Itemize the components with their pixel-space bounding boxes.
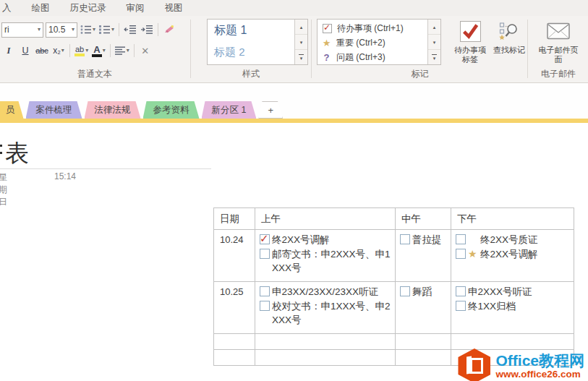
subscript-button[interactable]: x₂ ▾	[51, 43, 66, 59]
italic-button[interactable]: I	[1, 43, 16, 59]
table-header-row: 日期上午中午下午	[214, 208, 574, 230]
chevron-down-icon: ▾	[61, 48, 64, 53]
date-cell[interactable]: 10.25	[214, 282, 255, 334]
styles-gallery-scrollbar: ▴ ▾ ▾	[294, 20, 307, 64]
decrease-indent-button[interactable]	[123, 22, 137, 38]
clear-formatting-button[interactable]: ✕	[138, 43, 153, 59]
column-header: 日期	[214, 208, 255, 230]
todo-item: 终2XX号调解	[260, 233, 391, 247]
font-name-combo[interactable]: ri ▾	[1, 22, 43, 38]
todo-text: 邮寄文书：申2XXX号、申1XXX号	[272, 247, 391, 275]
section-tab-3[interactable]: 法律法规	[85, 101, 141, 119]
morning-cell[interactable]	[255, 350, 396, 366]
tag-label: 问题 (Ctrl+3)	[336, 51, 385, 64]
todo-checkbox[interactable]	[400, 234, 410, 244]
gallery-more-icon[interactable]: ▾	[428, 50, 440, 64]
schedule-table-body: 10.24终2XX号调解邮寄文书：申2XXX号、申1XXX号普拉提终2XX号质证…	[214, 230, 574, 366]
scroll-down-icon[interactable]: ▾	[428, 35, 440, 50]
section-tab-bar: 员案件梳理法律法规参考资料新分区 1+	[0, 83, 588, 123]
group-styles: 标题 1标题 2 ▴ ▾ ▾ 样式	[192, 16, 310, 82]
menu-tab-3[interactable]: 历史记录	[60, 2, 116, 14]
noon-cell[interactable]: 普拉提	[396, 230, 451, 282]
date-cell[interactable]: 10.24	[214, 230, 255, 282]
page-title[interactable]: 表	[5, 137, 29, 170]
font-size-combo[interactable]: 10.5 ▾	[46, 22, 77, 38]
watermark-title: Office教程网	[495, 353, 584, 369]
column-header: 中午	[396, 208, 451, 230]
office-logo-icon	[458, 348, 490, 381]
group-basic-text: ri ▾ 10.5 ▾ ▾ ▾	[0, 16, 189, 82]
group-label-email: 电子邮件	[530, 68, 587, 80]
format-painter-button[interactable]	[162, 22, 176, 38]
page-canvas[interactable]: 表 星期日 15:14 日期上午中午下午 10.24终2XX号调解邮寄文书：申2…	[0, 123, 588, 381]
menu-tab-2[interactable]: 绘图	[22, 2, 60, 14]
todo-checkbox[interactable]	[456, 234, 466, 244]
styles-gallery-items: 标题 1标题 2	[208, 20, 294, 64]
divider	[119, 23, 119, 36]
todo-checkbox[interactable]	[260, 234, 270, 244]
highlight-button[interactable]: ab ▾	[74, 43, 89, 59]
section-tab-4[interactable]: 参考资料	[143, 101, 200, 119]
tags-gallery-items: 待办事项 (Ctrl+1)★重要 (Ctrl+2)?问题 (Ctrl+3)	[318, 20, 427, 64]
section-tab-5[interactable]: 新分区 1	[202, 101, 257, 119]
tag-item[interactable]: ?问题 (Ctrl+3)	[318, 50, 427, 64]
date-cell[interactable]	[214, 334, 255, 350]
todo-text: 终2XX号调解	[480, 247, 570, 261]
ribbon: ri ▾ 10.5 ▾ ▾ ▾	[0, 16, 588, 83]
menu-tab-1[interactable]: 入	[0, 2, 22, 14]
todo-item: 普拉提	[400, 233, 447, 247]
styles-gallery: 标题 1标题 2 ▴ ▾ ▾	[207, 19, 308, 65]
todo-checkbox[interactable]	[456, 301, 466, 311]
group-label-styles: 样式	[192, 68, 310, 80]
style-item[interactable]: 标题 2	[208, 41, 294, 63]
gallery-more-icon[interactable]: ▾	[295, 50, 307, 64]
menubar: 入绘图历史记录审阅视图	[0, 0, 588, 16]
question-mark-icon: ?	[322, 53, 331, 62]
todo-checkbox[interactable]	[260, 286, 270, 296]
numbered-list-button[interactable]: ▾	[98, 22, 115, 38]
todo-checkbox-icon	[323, 24, 332, 33]
increase-indent-button[interactable]	[140, 22, 154, 38]
divider	[69, 44, 70, 57]
group-email: 电子邮件页面 电子邮件	[530, 16, 587, 82]
scroll-down-icon[interactable]: ▾	[295, 35, 307, 50]
afternoon-cell[interactable]: 终2XX号质证★终2XX号调解	[451, 230, 574, 282]
tag-item[interactable]: ★重要 (Ctrl+2)	[318, 35, 427, 50]
scroll-up-icon[interactable]: ▴	[295, 20, 307, 35]
divider	[158, 23, 158, 36]
underline-button[interactable]: U	[18, 43, 33, 59]
scroll-up-icon[interactable]: ▴	[428, 20, 440, 35]
bullet-list-button[interactable]: ▾	[80, 22, 96, 38]
todo-item: ★终2XX号调解	[456, 247, 570, 261]
tag-label: 待办事项 (Ctrl+1)	[337, 22, 404, 35]
noon-cell[interactable]: 舞蹈	[396, 282, 451, 334]
todo-checkbox[interactable]	[260, 249, 270, 259]
todo-checkbox[interactable]	[400, 286, 410, 296]
afternoon-cell[interactable]	[451, 334, 574, 350]
todo-text: 终2XX号质证	[480, 233, 570, 247]
group-divider	[311, 20, 312, 78]
strikethrough-button[interactable]: abc	[35, 43, 49, 59]
todo-checkbox[interactable]	[260, 301, 270, 311]
todo-checkbox[interactable]	[456, 286, 466, 296]
watermark: Office教程网 www.office26.com	[458, 348, 584, 381]
noon-cell[interactable]	[396, 334, 451, 350]
decrease-indent-icon	[124, 25, 137, 35]
font-color-button[interactable]: A ▾	[91, 43, 106, 59]
new-section-tab[interactable]: +	[258, 101, 283, 119]
morning-cell[interactable]: 终2XX号调解邮寄文书：申2XXX号、申1XXX号	[255, 230, 396, 282]
section-tab-1[interactable]: 员	[0, 101, 24, 119]
page-weekday: 星期日	[0, 171, 7, 208]
section-tab-2[interactable]: 案件梳理	[26, 101, 82, 119]
menu-tab-5[interactable]: 视图	[155, 2, 193, 14]
menu-tab-4[interactable]: 审阅	[116, 2, 155, 14]
tag-item[interactable]: 待办事项 (Ctrl+1)	[318, 21, 427, 35]
style-item[interactable]: 标题 1	[208, 20, 294, 41]
date-cell[interactable]	[214, 350, 255, 366]
todo-checkbox[interactable]	[456, 249, 466, 259]
noon-cell[interactable]	[396, 350, 451, 366]
morning-cell[interactable]	[255, 334, 396, 350]
afternoon-cell[interactable]: 申2XXX号听证终1XX归档	[451, 282, 574, 334]
morning-cell[interactable]: 申23XX/23XX/23XX听证校对文书：申1XXX号、申2XXX号	[255, 282, 396, 334]
paragraph-alignment-button[interactable]: ▾	[114, 43, 130, 59]
